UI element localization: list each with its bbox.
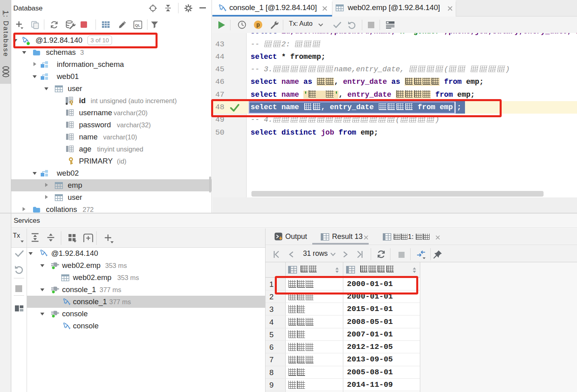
svg-text:QL: QL <box>135 23 140 27</box>
